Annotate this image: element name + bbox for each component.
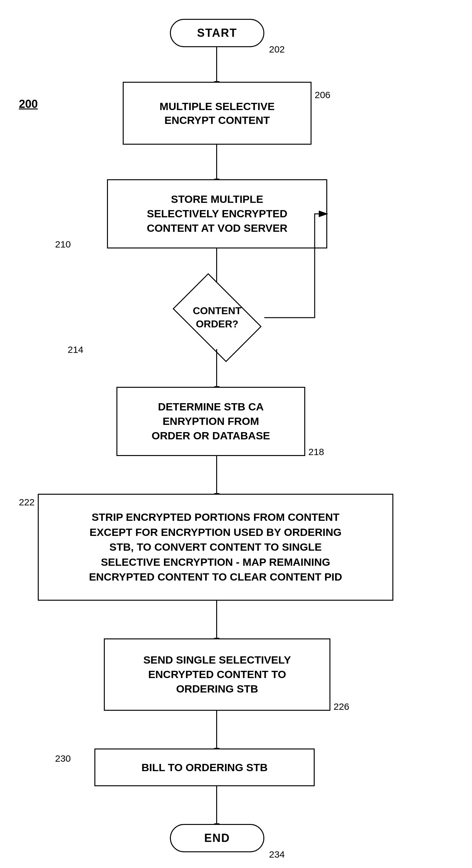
label-222: 222 [19,497,35,507]
arrow-226-to-230 [216,711,217,748]
label-234: 234 [269,849,285,860]
label-202: 202 [269,44,285,55]
box-218: DETERMINE STB CAENRYPTION FROMORDER OR D… [116,387,305,456]
diagram-label: 200 [19,97,38,111]
arrow-206-to-210 [216,145,217,179]
label-226: 226 [333,701,349,712]
arrow-218-to-222 [216,456,217,494]
label-210: 210 [55,239,71,250]
arrow-start-to-206 [216,47,217,82]
start-node: START [170,19,264,47]
label-230: 230 [55,753,71,764]
box-206: MULTIPLE SELECTIVEENCRYPT CONTENT [123,82,312,145]
box-230: BILL TO ORDERING STB [94,748,315,786]
label-218: 218 [308,446,324,457]
label-214: 214 [68,344,83,355]
flowchart-diagram: 200 START 202 MULTIPLE SELECTIVEENCRYPT … [0,0,472,868]
box-226: SEND SINGLE SELECTIVELYENCRYPTED CONTENT… [104,639,330,711]
label-206: 206 [315,90,330,100]
arrow-230-to-end [216,786,217,824]
diamond-214: CONTENTORDER? [170,286,264,349]
box-222: STRIP ENCRYPTED PORTIONS FROM CONTENTEXC… [38,494,393,601]
box-210: STORE MULTIPLESELECTIVELY ENCRYPTEDCONTE… [107,179,327,248]
arrow-222-to-226 [216,601,217,639]
end-node: END [170,824,264,852]
arrow-210-to-214 [216,248,217,286]
arrow-214-to-218 [216,349,217,387]
diamond-text: CONTENTORDER? [193,304,242,331]
